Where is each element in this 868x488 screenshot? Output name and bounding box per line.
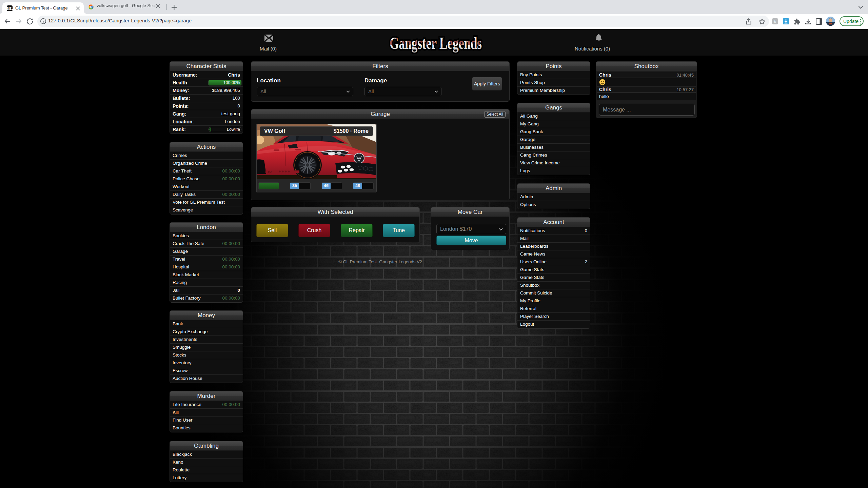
svg-text:4O: 4O xyxy=(268,170,272,174)
